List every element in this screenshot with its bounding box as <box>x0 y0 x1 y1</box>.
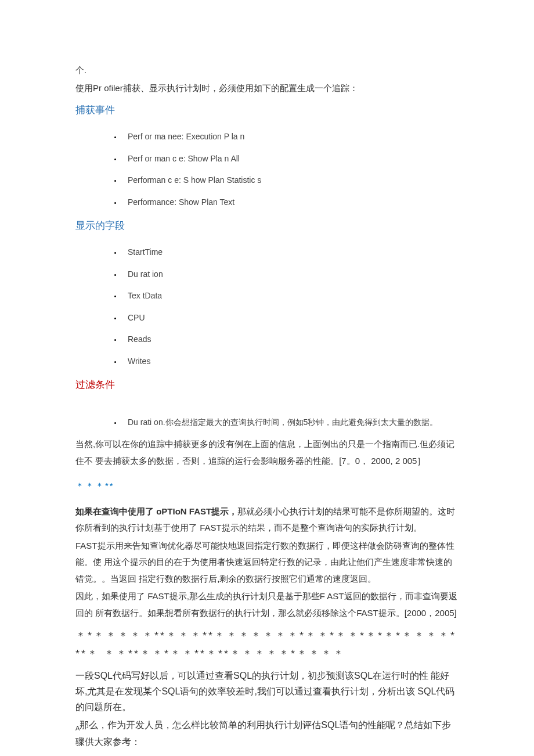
list-item: Writes <box>122 354 459 369</box>
closing-paragraph-1: 一段SQL代码写好以后，可以通过查看SQL的执行计划，初步预测该SQL在运行时的… <box>75 668 459 715</box>
heading-capture-events: 捕获事件 <box>75 101 459 120</box>
list-item: Reads <box>122 332 459 347</box>
fast-hint-conclusion: 因此，如果使用了 FAST提示,那么生成的执行计划只是基于那些F AST返回的数… <box>75 588 459 621</box>
fast-hint-explain: FAST提示用来告知查询优化器尽可能快地返回指定行数的数据行，即便这样做会防碍查… <box>75 538 459 588</box>
list-item: Performan c e: S how Plan Statistic s <box>122 172 459 188</box>
intro-profiler: 使用Pr ofiler捕获、显示执行计划时，必须使用如下的配置生成一个追踪： <box>75 80 459 97</box>
list-item: Du rati on.你会想指定最大的查询执行时间，例如5秒钟，由此避免得到太大… <box>122 415 459 430</box>
list-item: CPU <box>122 310 459 326</box>
display-fields-list: StartTime Du rat ion Tex tData CPU Reads… <box>75 244 459 369</box>
list-item: Perf or man c e: Show Pla n All <box>122 151 459 167</box>
spacer <box>75 398 459 408</box>
list-item: Du rat ion <box>122 267 459 282</box>
intro-fragment: 个. <box>75 62 459 79</box>
list-item: StartTime <box>122 244 459 260</box>
list-item: Perf or ma nee: Execution P la n <box>122 129 459 145</box>
option-fast-bold: 如果在查询中使用了 oPTIoN FAST提示， <box>75 506 237 516</box>
capture-events-list: Perf or ma nee: Execution P la n Perf or… <box>75 129 459 210</box>
closing-text: 那么，作为开发人员，怎么样比较简单的利用执行计划评估SQL语句的性能呢？总结如下… <box>75 720 451 747</box>
list-item: Performance: Show Plan Text <box>122 195 459 210</box>
document-page: 个. 使用Pr ofiler捕获、显示执行计划时，必须使用如下的配置生成一个追踪… <box>0 0 534 756</box>
option-fast-warning: 如果在查询中使用了 oPTIoN FAST提示，那就必须小心执行计划的结果可能不… <box>75 503 459 537</box>
filter-conditions-list: Du rati on.你会想指定最大的查询执行时间，例如5秒钟，由此避免得到太大… <box>75 415 459 430</box>
asterisk-separator-small: ＊＊＊** <box>75 478 459 495</box>
heading-filter-conditions: 过滤条件 <box>75 376 459 394</box>
closing-paragraph-2: A那么，作为开发人员，怎么样比较简单的利用执行计划评估SQL语句的性能呢？总结如… <box>75 717 459 750</box>
heading-display-fields: 显示的字段 <box>75 217 459 235</box>
list-item: Tex tData <box>122 288 459 304</box>
asterisk-separator-large: ＊*＊＊＊＊＊**＊＊＊**＊＊＊＊＊＊＊*＊＊*＊＊*＊*＊*＊＊＊＊***＊… <box>75 627 459 663</box>
trace-note: 当然,你可以在你的追踪中捕获更多的没有例在上面的信息，上面例出的只是一个指南而已… <box>75 436 459 469</box>
